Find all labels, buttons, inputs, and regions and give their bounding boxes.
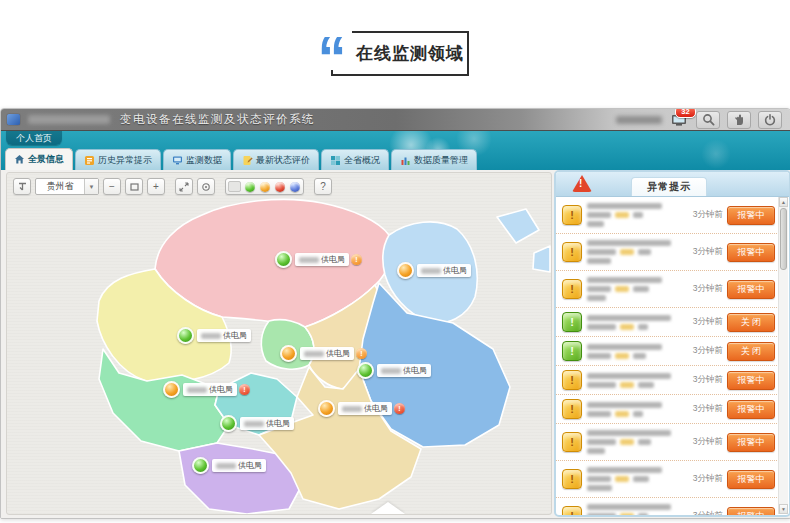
bureau-suffix-label: 供电局 bbox=[238, 460, 262, 471]
zoom-in-button[interactable]: + bbox=[147, 178, 165, 195]
alert-count-badge: ! bbox=[356, 348, 367, 359]
alert-item-2[interactable]: !3分钟前报警中 bbox=[556, 271, 779, 308]
alert-item-meta: 3分钟前关 闭 bbox=[693, 313, 777, 332]
monitor-data-icon bbox=[172, 155, 183, 166]
status-filter-none[interactable] bbox=[228, 181, 241, 192]
alert-timestamp: 3分钟前 bbox=[693, 345, 723, 357]
status-filter-red[interactable] bbox=[273, 181, 286, 192]
titlebar: 变电设备在线监测及状态评价系统 32 bbox=[1, 109, 790, 131]
nav-tab-3[interactable]: 最新状态评价 bbox=[233, 149, 319, 170]
map-region-island[interactable] bbox=[497, 209, 539, 243]
search-icon[interactable] bbox=[696, 111, 720, 129]
map-bureau-label-1[interactable]: 供电局 bbox=[397, 262, 471, 279]
nav-tab-2[interactable]: 监测数据 bbox=[163, 149, 231, 170]
alarming-button[interactable]: 报警中 bbox=[727, 280, 775, 299]
map-bureau-label-6[interactable]: 供电局 bbox=[220, 415, 294, 432]
alert-warning-icon: ! bbox=[562, 432, 582, 452]
nav-tab-4[interactable]: 全省概况 bbox=[321, 149, 389, 170]
status-filter-orange[interactable] bbox=[258, 181, 271, 192]
zoom-out-button[interactable]: − bbox=[103, 178, 121, 195]
bureau-suffix-label: 供电局 bbox=[266, 418, 290, 429]
scroll-up-icon[interactable]: ▲ bbox=[779, 197, 788, 207]
section-title: 在线监测领域 bbox=[356, 42, 464, 65]
alarming-button[interactable]: 报警中 bbox=[727, 243, 775, 262]
alert-timestamp: 3分钟前 bbox=[693, 246, 723, 258]
zoom-fit-button[interactable] bbox=[125, 178, 143, 195]
bureau-suffix-label: 供电局 bbox=[443, 265, 467, 276]
bureau-name-pill: 供电局 bbox=[240, 417, 294, 430]
power-icon[interactable] bbox=[758, 111, 782, 129]
alert-item-9[interactable]: !3分钟前报警中 bbox=[556, 498, 779, 515]
alert-item-4[interactable]: !3分钟前关 闭 bbox=[556, 337, 779, 366]
map-bureau-label-4[interactable]: 供电局 bbox=[357, 362, 431, 379]
status-orange-icon bbox=[280, 345, 297, 362]
nav-tab-label: 全省概况 bbox=[344, 154, 380, 167]
hand-pan-icon[interactable] bbox=[727, 111, 751, 129]
nav-tab-label: 历史异常提示 bbox=[98, 154, 152, 167]
pan-mode-icon[interactable] bbox=[175, 178, 193, 195]
scrollbar[interactable]: ▲ ▼ bbox=[778, 197, 788, 514]
alert-item-3[interactable]: !3分钟前关 闭 bbox=[556, 308, 779, 337]
bureau-suffix-label: 供电局 bbox=[403, 365, 427, 376]
alert-message-redacted bbox=[587, 371, 688, 390]
alert-item-5[interactable]: !3分钟前报警中 bbox=[556, 366, 779, 395]
map-bureau-label-5[interactable]: 供电局! bbox=[163, 381, 250, 398]
map-bureau-label-7[interactable]: 供电局! bbox=[318, 400, 405, 417]
alert-warning-icon: ! bbox=[562, 469, 582, 489]
bureau-name-redacted bbox=[216, 463, 236, 469]
alert-item-8[interactable]: !3分钟前报警中 bbox=[556, 461, 779, 498]
tab-personal-home[interactable]: 个人首页 bbox=[6, 131, 62, 145]
alarming-button[interactable]: 报警中 bbox=[727, 433, 775, 452]
nav-tab-1[interactable]: 历史异常提示 bbox=[75, 149, 161, 170]
status-filter-green[interactable] bbox=[243, 181, 256, 192]
app-logo-icon bbox=[7, 114, 20, 125]
alert-item-7[interactable]: !3分钟前报警中 bbox=[556, 424, 779, 461]
map-bureau-label-8[interactable]: 供电局 bbox=[192, 457, 266, 474]
nav-tab-label: 监测数据 bbox=[186, 154, 222, 167]
map-bureau-label-2[interactable]: 供电局 bbox=[177, 327, 251, 344]
status-filter-blue[interactable] bbox=[288, 181, 301, 192]
province-select[interactable]: 贵州省 ▼ bbox=[35, 178, 99, 195]
alarming-button[interactable]: 报警中 bbox=[727, 371, 775, 390]
alarming-button[interactable]: 报警中 bbox=[727, 400, 775, 419]
locate-icon[interactable] bbox=[197, 178, 215, 195]
nav-tab-5[interactable]: 数据质量管理 bbox=[391, 149, 477, 170]
nav-tab-0[interactable]: 全景信息 bbox=[5, 148, 73, 170]
map-bureau-label-3[interactable]: 供电局! bbox=[280, 345, 367, 362]
province-map bbox=[7, 173, 551, 514]
bureau-name-redacted bbox=[244, 421, 264, 427]
bureau-suffix-label: 供电局 bbox=[326, 348, 350, 359]
status-green-icon bbox=[192, 457, 209, 474]
bureau-name-redacted bbox=[381, 368, 401, 374]
nav-tabs: 全景信息历史异常提示监测数据最新状态评价全省概况数据质量管理 bbox=[5, 148, 477, 170]
status-orange-icon bbox=[163, 381, 180, 398]
close-alert-button[interactable]: 关 闭 bbox=[727, 313, 775, 332]
alert-warning-icon: ! bbox=[562, 205, 582, 225]
alert-panel-header: 异常提示 bbox=[556, 172, 789, 197]
alert-message-redacted bbox=[587, 502, 688, 515]
alert-item-0[interactable]: !3分钟前报警中 bbox=[556, 197, 779, 234]
home-icon bbox=[14, 154, 25, 165]
map-region-island[interactable] bbox=[533, 246, 550, 272]
alert-timestamp: 3分钟前 bbox=[693, 473, 723, 485]
close-alert-button[interactable]: 关 闭 bbox=[727, 342, 775, 361]
alert-panel-title: 异常提示 bbox=[631, 177, 707, 196]
alert-item-1[interactable]: !3分钟前报警中 bbox=[556, 234, 779, 271]
collapse-handle-icon[interactable] bbox=[371, 502, 405, 514]
scroll-down-icon[interactable]: ▼ bbox=[779, 504, 788, 514]
notifications-monitor-icon[interactable]: 32 bbox=[669, 112, 689, 127]
alert-timestamp: 3分钟前 bbox=[693, 316, 723, 328]
app-window: 变电设备在线监测及状态评价系统 32 bbox=[0, 108, 790, 519]
help-button[interactable]: ? bbox=[314, 178, 332, 195]
scrollbar-thumb[interactable] bbox=[780, 208, 787, 270]
alert-panel: 异常提示 !3分钟前报警中!3分钟前报警中!3分钟前报警中!3分钟前关 闭!3分… bbox=[554, 170, 790, 517]
alarming-button[interactable]: 报警中 bbox=[727, 206, 775, 225]
bureau-name-pill: 供电局 bbox=[212, 459, 266, 472]
map-bureau-label-0[interactable]: 供电局! bbox=[275, 251, 362, 268]
layer-toggle-button[interactable] bbox=[13, 178, 31, 195]
alert-item-6[interactable]: !3分钟前报警中 bbox=[556, 395, 779, 424]
alarming-button[interactable]: 报警中 bbox=[727, 470, 775, 489]
bureau-suffix-label: 供电局 bbox=[321, 254, 345, 265]
alarming-button[interactable]: 报警中 bbox=[727, 507, 775, 516]
bureau-name-pill: 供电局 bbox=[183, 383, 237, 396]
